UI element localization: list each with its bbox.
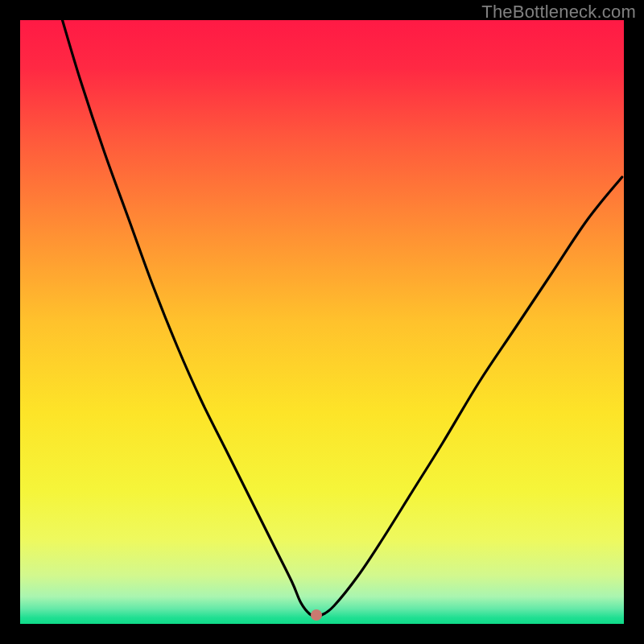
gradient-background [20,20,624,624]
chart-frame: TheBottleneck.com [0,0,644,644]
plot-area [20,20,624,624]
watermark-text: TheBottleneck.com [481,2,636,23]
plot-svg [20,20,624,624]
optimum-dot-icon [311,609,322,621]
